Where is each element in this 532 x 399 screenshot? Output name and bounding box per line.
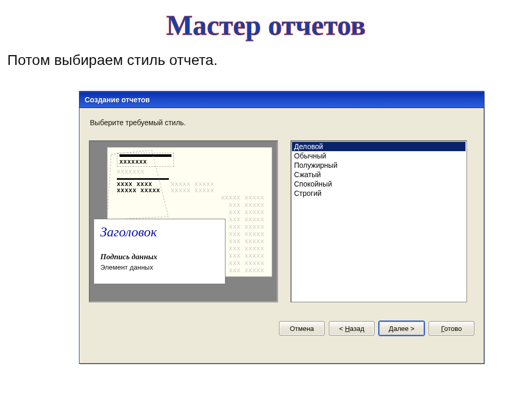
preview-title-sample: Заголовок — [100, 224, 219, 240]
style-list[interactable]: ДеловойОбычныйПолужирныйСжатыйСпокойныйС… — [290, 140, 467, 302]
back-prefix: < — [339, 325, 345, 332]
style-option[interactable]: Строгий — [292, 189, 466, 198]
slide-title: Мастер отчетов — [0, 9, 532, 42]
preview-placeholder: XXXXX XXXXX — [117, 188, 167, 194]
back-accel: Н — [345, 325, 350, 332]
next-accel: Д — [389, 325, 393, 332]
preview-placeholder: XXXXX XXXXX — [117, 195, 264, 201]
style-option[interactable]: Обычный — [292, 151, 466, 161]
style-option[interactable]: Сжатый — [292, 170, 466, 179]
preview-placeholder: XXXX XXXX — [117, 181, 167, 188]
next-suffix: алее > — [393, 325, 414, 332]
style-preview: XXXXXXX XXXXXXX XXXX XXXXXXXXX XXXXX XXX… — [89, 140, 278, 302]
dialog-content: Выберите требуемый стиль. XXXXXXX XXXXXX… — [79, 108, 484, 363]
wizard-dialog: Создание отчетов Выберите требуемый стил… — [79, 91, 484, 364]
preview-label-sample: Подпись данных — [100, 252, 219, 261]
preview-placeholder: XXXXXXX — [117, 169, 264, 175]
style-option[interactable]: Спокойный — [292, 179, 466, 189]
preview-element-sample: Элемент данных — [100, 263, 219, 271]
preview-placeholder: XXXXX XXXXX — [171, 181, 264, 188]
titlebar-text: Создание отчетов — [85, 96, 150, 104]
preview-placeholder: XXXXXXX — [119, 159, 171, 165]
titlebar[interactable]: Создание отчетов — [79, 91, 484, 108]
style-option[interactable]: Деловой — [292, 142, 466, 151]
style-option[interactable]: Полужирный — [292, 161, 466, 170]
cancel-button[interactable]: Отмена — [279, 321, 325, 336]
preview-placeholder: XXX XXXXX — [117, 209, 264, 216]
finish-suffix: отово — [444, 325, 462, 332]
back-button[interactable]: < Назад — [329, 321, 375, 336]
next-button[interactable]: Далее > — [379, 321, 424, 336]
finish-button[interactable]: Готово — [429, 321, 474, 336]
wizard-prompt: Выберите требуемый стиль. — [90, 118, 474, 127]
preview-placeholder: XXXXX XXXXX — [171, 188, 264, 194]
slide-caption: Потом выбираем стиль отчета. — [7, 52, 532, 69]
back-suffix: азад — [350, 325, 364, 332]
preview-zoom-card: Заголовок Подпись данных Элемент данных — [94, 219, 225, 284]
wizard-button-row: Отмена < Назад Далее > Готово — [89, 321, 474, 336]
preview-placeholder: XXX XXXXX — [117, 202, 264, 208]
